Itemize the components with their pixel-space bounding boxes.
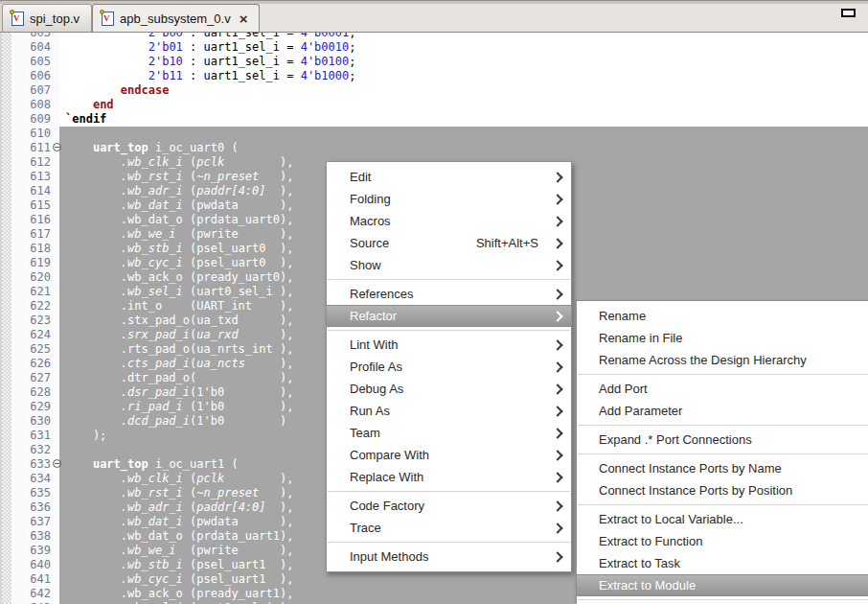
fold-column — [52, 33, 59, 40]
menu-item-extract-to-task[interactable]: Extract to Task — [577, 552, 868, 574]
code-token — [65, 285, 121, 298]
fold-column — [52, 270, 59, 285]
menu-item-trace[interactable]: Trace — [327, 517, 571, 539]
menu-item-code-factory[interactable]: Code Factory — [327, 495, 571, 517]
fold-column — [52, 141, 59, 155]
menu-item-extract-to-module[interactable]: Extract to Module — [577, 574, 868, 596]
line-number: 628 — [11, 385, 52, 400]
code-token: ; — [349, 55, 355, 68]
fold-collapse-icon[interactable] — [53, 143, 61, 151]
menu-item-team[interactable]: Team — [327, 422, 571, 444]
tab-spi-top-v[interactable]: Vspi_top.v — [2, 4, 92, 32]
code-text[interactable]: `endif — [59, 112, 868, 127]
code-token: (psel_uart0 ), — [183, 256, 294, 269]
code-text[interactable]: 2'b10 : uart1_sel_i = 4'b0100; — [59, 55, 868, 69]
menu-item-label: Trace — [350, 521, 381, 535]
fold-column — [52, 357, 59, 371]
menu-item-refactor[interactable]: Refactor — [327, 305, 571, 327]
code-token — [65, 486, 121, 499]
tab-close-icon[interactable]: × — [240, 12, 248, 25]
line-number: 607 — [11, 83, 52, 98]
code-token: (pwrite ), — [176, 544, 294, 557]
code-token: 2'b00 — [148, 33, 183, 39]
code-token: (uart0_sel_i ), — [183, 285, 294, 298]
menu-item-references[interactable]: References — [327, 283, 571, 305]
code-token: paddr[4:0] — [196, 184, 265, 197]
menu-item-show[interactable]: Show — [327, 254, 571, 276]
code-token: .wb_we_i — [121, 544, 176, 557]
menu-item-extract-to-local-variable[interactable]: Extract to Local Variable... — [577, 508, 868, 530]
code-line: 607 endcase — [11, 83, 868, 98]
code-text[interactable] — [59, 127, 868, 141]
menu-item-connect-instance-ports-by-name[interactable]: Connect Instance Ports by Name — [577, 457, 868, 479]
code-token: : uart1_sel_i = — [183, 55, 301, 68]
menu-item-run-as[interactable]: Run As — [327, 400, 571, 422]
line-number: 609 — [11, 112, 52, 127]
fold-collapse-icon[interactable] — [53, 459, 61, 468]
submenu-arrow-icon — [552, 172, 562, 182]
line-number: 627 — [11, 371, 52, 385]
file-icon-pin — [100, 10, 104, 14]
menu-item-right — [540, 174, 561, 181]
code-token: .cts_pad_i — [121, 357, 190, 370]
code-line: 611 uart_top i_oc_uart0 ( — [11, 141, 868, 155]
code-token: 4'b0001 — [301, 33, 350, 39]
menu-item-add-parameter[interactable]: Add Parameter — [577, 400, 868, 422]
menu-item-compare-with[interactable]: Compare With — [327, 444, 571, 466]
menu-item-label: Rename Across the Design Hierarchy — [599, 353, 807, 367]
line-number: 613 — [11, 170, 52, 184]
menu-item-extract-to-function[interactable]: Extract to Function — [577, 530, 868, 552]
menu-item-macros[interactable]: Macros — [327, 210, 571, 232]
menu-item-rename[interactable]: Rename — [577, 305, 868, 327]
tab-label: spi_top.v — [30, 12, 80, 26]
code-text[interactable]: 2'b11 : uart1_sel_i = 4'b1000; — [59, 69, 868, 83]
code-text[interactable]: endcase — [59, 83, 868, 98]
code-token: .wb_dat_i — [121, 515, 183, 528]
line-number: 632 — [11, 443, 52, 457]
menu-item-label: Source — [350, 236, 389, 250]
code-text[interactable]: end — [59, 98, 868, 112]
fold-column — [52, 400, 59, 414]
code-token: i_oc_uart0 ( — [148, 141, 239, 154]
fold-column — [52, 170, 59, 184]
code-token: .ri_pad_i — [121, 400, 183, 413]
submenu-arrow-icon — [552, 450, 562, 460]
menu-item-folding[interactable]: Folding — [327, 188, 571, 210]
code-token: i_oc_uart1 ( — [148, 457, 239, 471]
verilog-file-icon: V — [102, 12, 114, 26]
menu-item-debug-as[interactable]: Debug As — [327, 378, 571, 400]
line-number: 604 — [11, 40, 52, 55]
fold-column — [52, 155, 59, 170]
code-text[interactable]: uart_top i_oc_uart0 ( — [59, 141, 868, 155]
menu-item-input-methods[interactable]: Input Methods — [327, 546, 571, 568]
fold-column — [52, 544, 59, 558]
code-token: (1'b0 ), — [190, 385, 293, 399]
menu-separator — [328, 542, 570, 543]
code-text[interactable]: 2'b00 : uart1_sel_i = 4'b0001; — [59, 33, 868, 40]
code-token — [65, 357, 121, 370]
menu-item-lint-with[interactable]: Lint With — [327, 334, 571, 356]
code-token — [65, 472, 121, 485]
code-token — [65, 33, 148, 39]
fold-column — [52, 69, 59, 83]
line-number: 620 — [11, 270, 52, 285]
line-number: 626 — [11, 357, 52, 371]
menu-item-label: Extract to Module — [599, 578, 696, 592]
menu-item-edit[interactable]: Edit — [327, 166, 571, 188]
line-number: 630 — [11, 414, 52, 429]
line-number: 608 — [11, 98, 52, 112]
menu-item-replace-with[interactable]: Replace With — [327, 466, 571, 488]
menu-item-add-port[interactable]: Add Port — [577, 378, 868, 400]
menu-item-connect-instance-ports-by-position[interactable]: Connect Instance Ports by Position — [577, 479, 868, 501]
code-token — [65, 227, 121, 241]
menu-item-profile-as[interactable]: Profile As — [327, 356, 571, 378]
tab-apb-subsystem-0-v[interactable]: Vapb_subsystem_0.v× — [92, 4, 260, 32]
code-text[interactable]: 2'b01 : uart1_sel_i = 4'b0010; — [59, 40, 868, 55]
fold-column — [52, 213, 59, 227]
menu-item-source[interactable]: SourceShift+Alt+S — [327, 232, 571, 254]
menu-item-expand-port-connections[interactable]: Expand .* Port Connections — [577, 429, 868, 451]
code-token: 4'b0100 — [301, 55, 350, 68]
menu-item-rename-across-the-design-hierarchy[interactable]: Rename Across the Design Hierarchy — [577, 349, 868, 371]
minimize-icon[interactable] — [841, 9, 856, 17]
menu-item-rename-in-file[interactable]: Rename in File — [577, 327, 868, 349]
